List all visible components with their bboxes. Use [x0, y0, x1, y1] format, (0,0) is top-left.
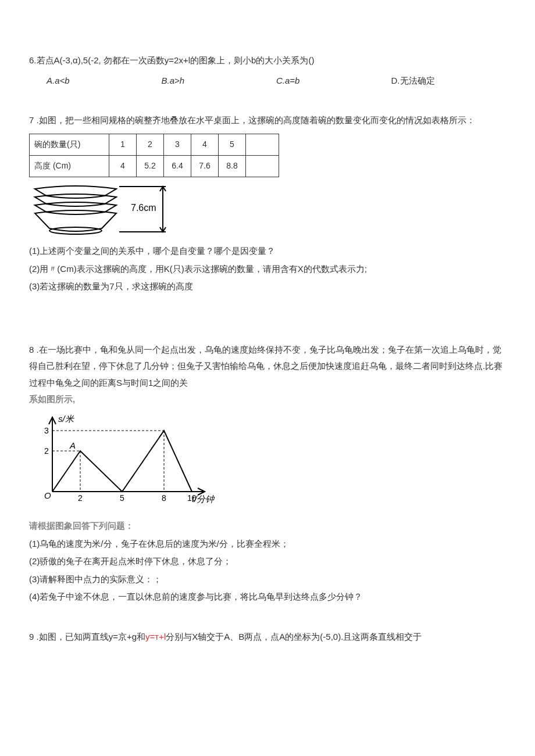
svg-text:2: 2: [78, 493, 83, 503]
q6-option-a: A.a<b: [47, 73, 162, 89]
cell-empty: [246, 134, 279, 155]
bowl-height-label: 7.6cm: [131, 203, 156, 213]
svg-text:5: 5: [120, 493, 124, 503]
q6-option-b: B.a>h: [162, 73, 277, 89]
q9-pre: 9 .如图，已知两直线y=京+g和: [29, 632, 145, 642]
cell: 2: [137, 134, 164, 155]
y-axis-label: s/米: [58, 414, 74, 424]
svg-text:3: 3: [44, 426, 49, 435]
cell: 6.4: [164, 155, 191, 177]
cell: 4: [191, 134, 219, 155]
q8-grey1: 系如图所示,: [29, 391, 506, 408]
bowl-stack-figure: 7.6cm: [29, 178, 180, 237]
table-row: 碗的数量(只) 1 2 3 4 5: [30, 134, 279, 155]
cell: 1: [109, 134, 137, 155]
cell: 4: [109, 155, 137, 177]
q8-sub4: (4)若兔子中途不休息，一直以休息前的速度参与比赛，将比乌龟早到达终点多少分钟？: [29, 589, 506, 605]
q7-text: 7 .如图，把一些相同规格的碗整齐地叠放在水平桌面上，这摞碗的高度随着碗的数量变…: [29, 112, 506, 129]
question-7: 7 .如图，把一些相同规格的碗整齐地叠放在水平桌面上，这摞碗的高度随着碗的数量变…: [29, 112, 506, 295]
point-a-label: A: [69, 440, 76, 450]
q7-sub1: (1)上述两个变量之间的关系中，哪个是自变量？哪个是因变量？: [29, 243, 506, 260]
table-row: 高度 (Cm) 4 5.2 6.4 7.6 8.8: [30, 155, 279, 177]
svg-text:2: 2: [44, 446, 49, 456]
question-9: 9 .如图，已知两直线y=京+g和y=т+l分别与X轴交于A、B两点，点A的坐标…: [29, 629, 506, 646]
cell: 3: [164, 134, 191, 155]
cell-empty: [246, 155, 279, 177]
question-8: 8 .在一场比赛中，龟和兔从同一个起点出发，乌龟的速度始终保持不变，兔子比乌龟晚…: [29, 342, 506, 605]
question-6: 6.若点A(-3,α),5(-2, 勿都在一次函数y=2x+l的图象上，则小b的…: [29, 52, 506, 89]
q9-red: y=т+l: [145, 632, 166, 642]
q6-text: 6.若点A(-3,α),5(-2, 勿都在一次函数y=2x+l的图象上，则小b的…: [29, 52, 506, 69]
q6-option-c: C.a=b: [276, 73, 391, 89]
distance-time-chart: s/米 t/分钟 2 3 2 5 8 10 O A: [29, 410, 215, 509]
q6-option-d: D.无法确定: [391, 73, 507, 89]
q7-sub3: (3)若这摞碗的数量为7只，求这摞碗的高度: [29, 278, 506, 295]
q7-sub2: (2)用〃(Cm)表示这摞碗的高度，用K(只)表示这摞碗的数量，请用含有X的代数…: [29, 261, 506, 278]
q8-sub1: (1)乌龟的速度为米/分，兔子在休息后的速度为米/分，比赛全程米；: [29, 536, 506, 553]
q7-table: 碗的数量(只) 1 2 3 4 5 高度 (Cm) 4 5.2 6.4 7.6 …: [29, 134, 279, 177]
cell: 8.8: [219, 155, 246, 177]
cell: 7.6: [191, 155, 219, 177]
row2-label: 高度 (Cm): [30, 155, 109, 177]
q9-post: 分别与X轴交于A、B两点，点A的坐标为(-5,0).且这两条直线相交于: [166, 632, 422, 642]
cell: 5.2: [137, 155, 164, 177]
svg-text:10: 10: [187, 493, 197, 503]
q6-options: A.a<b B.a>h C.a=b D.无法确定: [47, 73, 506, 89]
cell: 5: [219, 134, 246, 155]
svg-text:8: 8: [162, 493, 166, 503]
row1-label: 碗的数量(只): [30, 134, 109, 155]
q8-grey2: 请根据图象回答下列问题：: [29, 518, 506, 535]
origin-label: O: [44, 490, 51, 500]
q8-text: 8 .在一场比赛中，龟和兔从同一个起点出发，乌龟的速度始终保持不变，兔子比乌龟晚…: [29, 342, 506, 392]
q8-sub3: (3)请解释图中点力的实际意义：；: [29, 571, 506, 588]
q8-sub2: (2)骄傲的兔子在离开起点米时停下休息，休息了分；: [29, 553, 506, 570]
